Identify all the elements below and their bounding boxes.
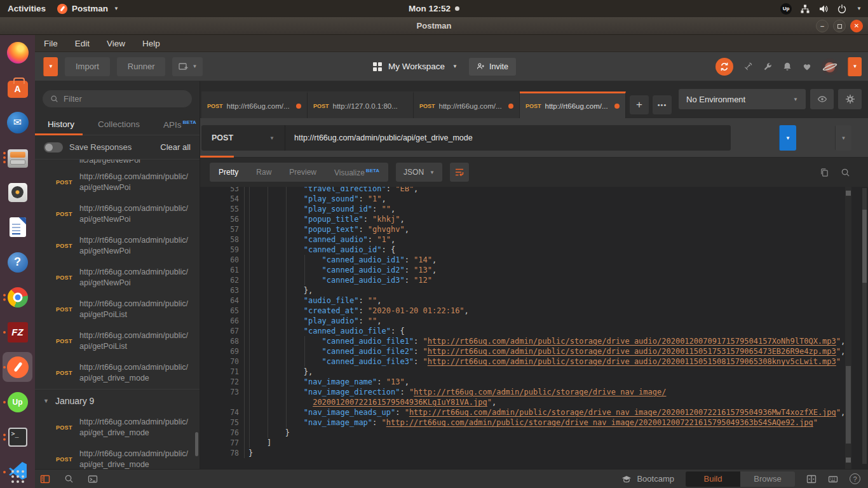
clock[interactable]: Mon 12:52: [409, 4, 459, 13]
wrap-text-button[interactable]: [450, 163, 469, 182]
history-item[interactable]: POSThttp://rt66ug.com/admin/public/api/g…: [35, 230, 200, 262]
request-tab-2[interactable]: POSThttp://127.0.0.1:80...: [308, 92, 414, 118]
editor-scrollbar-cap-bottom[interactable]: [846, 458, 851, 463]
activities-button[interactable]: Activities: [8, 4, 46, 13]
dock-item-terminal[interactable]: >_: [3, 422, 32, 452]
avatar[interactable]: [822, 58, 838, 75]
build-tab[interactable]: Build: [686, 471, 740, 487]
view-preview[interactable]: Preview: [280, 168, 325, 177]
url-input[interactable]: [285, 133, 731, 142]
workspace-selector[interactable]: My Workspace: [388, 62, 445, 71]
save-responses-toggle[interactable]: [44, 142, 63, 152]
app-menu-button[interactable]: Postman ▼: [57, 4, 119, 14]
request-tab-4[interactable]: POSThttp://rt66ug.com/...: [520, 92, 626, 118]
request-tab-3[interactable]: POSThttp://rt66ug.com/...: [414, 92, 520, 118]
window-minimize-button[interactable]: –: [816, 20, 829, 32]
wrench-icon[interactable]: [763, 62, 773, 72]
sidebar-scrollbar[interactable]: [195, 432, 198, 456]
history-item[interactable]: POSThttp://rt66ug.com/admin/public/api/g…: [35, 166, 200, 198]
dock-item-thunderbird[interactable]: ✉: [3, 107, 32, 137]
url-link[interactable]: http://rt66ug.com/admin/public/storage/d…: [386, 418, 813, 427]
heart-icon[interactable]: [802, 62, 812, 72]
environment-settings-button[interactable]: [838, 89, 862, 109]
history-item[interactable]: POSThttp://rt66ug.com/admin/public/api/g…: [35, 198, 200, 230]
satellite-icon[interactable]: [743, 62, 753, 72]
window-maximize-button[interactable]: [833, 20, 846, 32]
format-selector[interactable]: JSON ▼: [396, 163, 442, 182]
volume-icon[interactable]: [818, 4, 829, 14]
bootcamp-button[interactable]: Bootcamp: [621, 474, 674, 484]
menu-edit[interactable]: Edit: [75, 39, 90, 48]
environment-quick-look-button[interactable]: [810, 89, 834, 109]
sidebar-toggle-icon[interactable]: [40, 474, 50, 484]
history-group-header[interactable]: ▼January 9: [35, 389, 200, 412]
url-link[interactable]: http://rt66ug.com/admin/public/storage/d…: [428, 337, 836, 346]
find-icon[interactable]: [64, 474, 74, 484]
import-button[interactable]: Import: [65, 57, 110, 76]
search-response-icon[interactable]: [841, 168, 850, 177]
new-dropdown-caret-icon[interactable]: ▼: [43, 57, 58, 76]
power-icon[interactable]: [837, 4, 847, 14]
window-close-button[interactable]: ✕: [850, 20, 863, 32]
dock-item-upwork[interactable]: Up: [3, 387, 32, 417]
history-item-partial[interactable]: lic/api/getNewPoi: [35, 159, 200, 166]
panel-scrollbar-thumb[interactable]: [862, 210, 867, 283]
view-visualize[interactable]: VisualizeBETA: [325, 168, 388, 177]
url-link[interactable]: 202001200722161579504936KLgIuY81VA.jpg: [313, 398, 487, 407]
dock-item-firefox[interactable]: [3, 37, 32, 67]
workspace-caret-icon[interactable]: ▼: [452, 64, 458, 69]
dock-item-libreoffice-writer[interactable]: [3, 212, 32, 242]
new-button[interactable]: + New ▼: [43, 57, 58, 76]
dock-item-filezilla[interactable]: FZ: [3, 317, 32, 347]
upwork-tray-icon[interactable]: Up: [780, 3, 792, 15]
method-selector[interactable]: POST ▼: [201, 125, 285, 151]
menu-help[interactable]: Help: [142, 39, 160, 48]
system-menu-caret-icon[interactable]: ▼: [857, 6, 862, 11]
history-item[interactable]: POSThttp://rt66ug.com/admin/public/api/g…: [35, 294, 200, 325]
url-link[interactable]: http://rt66ug.com/admin/public/storage/d…: [428, 347, 836, 356]
dock-item-rhythmbox[interactable]: [3, 177, 32, 207]
upgrade-caret-icon[interactable]: ▼: [848, 57, 862, 76]
editor-scrollbar-cap-top[interactable]: [846, 191, 851, 196]
dock-item-chrome[interactable]: [3, 282, 32, 312]
history-item[interactable]: POSThttp://rt66ug.com/admin/public/api/g…: [35, 325, 200, 357]
sync-button[interactable]: [715, 58, 733, 76]
tab-collections[interactable]: Collections: [98, 119, 140, 129]
network-icon[interactable]: [800, 4, 810, 14]
view-pretty[interactable]: Pretty: [210, 168, 247, 177]
tab-history[interactable]: History: [48, 119, 74, 129]
history-item[interactable]: POSThttp://rt66ug.com/admin/public/api/g…: [35, 444, 200, 469]
response-body-editor[interactable]: 53 "travel_direction": "EB",54 "play_sou…: [200, 187, 868, 469]
copy-icon[interactable]: [820, 168, 829, 177]
show-applications-button[interactable]: [11, 470, 24, 483]
url-link[interactable]: http://rt66ug.com/admin/public/storage/d…: [428, 357, 836, 366]
help-icon[interactable]: ?: [850, 473, 860, 484]
menu-view[interactable]: View: [107, 39, 125, 48]
browse-tab[interactable]: Browse: [740, 471, 795, 487]
dock-item-files[interactable]: [3, 142, 32, 172]
filter-input[interactable]: [64, 94, 184, 104]
two-pane-icon[interactable]: [806, 474, 817, 484]
url-link[interactable]: http://rt66ug.com/admin/public/storage/d…: [409, 408, 836, 417]
dock-item-postman[interactable]: [3, 352, 32, 382]
clear-all-button[interactable]: Clear all: [160, 142, 191, 152]
menu-file[interactable]: File: [44, 39, 58, 48]
tab-apis[interactable]: APIsBETA: [163, 119, 196, 130]
new-window-button[interactable]: ▼: [172, 57, 203, 76]
environment-selector[interactable]: No Environment ▼: [679, 89, 806, 109]
dock-item-ubuntu-software[interactable]: A: [3, 72, 32, 102]
upgrade-button[interactable]: Upgrade ▼: [848, 57, 862, 76]
add-tab-button[interactable]: +: [630, 95, 649, 114]
history-item[interactable]: POSThttp://rt66ug.com/admin/public/api/g…: [35, 262, 200, 294]
view-raw[interactable]: Raw: [247, 168, 280, 177]
save-caret-icon[interactable]: ▼: [835, 125, 851, 151]
bell-icon[interactable]: [782, 62, 792, 72]
workspace-grid-icon[interactable]: [373, 62, 382, 71]
send-caret-icon[interactable]: ▼: [779, 125, 796, 151]
runner-button[interactable]: Runner: [117, 57, 166, 76]
keyboard-shortcuts-icon[interactable]: [828, 474, 838, 484]
request-tab-1[interactable]: POSThttp://rt66ug.com/...: [201, 92, 308, 118]
dock-item-help[interactable]: ?: [3, 247, 32, 277]
invite-button[interactable]: Invite: [469, 58, 516, 76]
editor-scrollbar-thumb[interactable]: [846, 366, 851, 444]
